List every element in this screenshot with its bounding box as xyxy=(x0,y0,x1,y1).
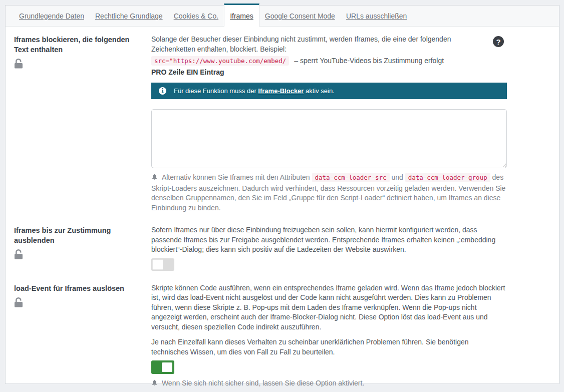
lock-open-icon xyxy=(14,249,23,261)
example-line: src="https://www.youtube.com/embed/ – sp… xyxy=(151,57,507,65)
info-icon: i xyxy=(159,87,166,95)
lock-open-icon xyxy=(14,58,23,71)
setting-title: load-Event für Iframes auslösen xyxy=(14,283,138,293)
load-event-toggle-on[interactable] xyxy=(151,360,174,374)
tab-rechtliche-grundlage[interactable]: Rechtliche Grundlage xyxy=(90,6,168,26)
setting-title: Iframes bis zur Zustimmung ausblenden xyxy=(14,225,138,245)
keep-enabled-note: Wenn Sie sich nicht sicher sind, lassen … xyxy=(151,378,507,389)
toggle-knob xyxy=(152,259,163,270)
setting-content-cell: Sofern Iframes nur über diese Einbindung… xyxy=(151,225,507,271)
tab-grundlegende-daten[interactable]: Grundlegende Daten xyxy=(14,6,90,26)
setting-description: Sofern Iframes nur über diese Einbindung… xyxy=(151,225,507,255)
setting-content-cell: Solange der Besucher dieser Einbindung n… xyxy=(151,35,507,213)
setting-row-hide-iframes: Iframes bis zur Zustimmung ausblenden So… xyxy=(14,225,507,271)
settings-panel: Grundlegende Daten Rechtliche Grundlage … xyxy=(5,5,559,384)
tab-bar: Grundlegende Daten Rechtliche Grundlage … xyxy=(6,6,559,27)
bell-icon xyxy=(151,380,160,388)
tab-panel-iframes: Iframes blockieren, die folgenden Text e… xyxy=(6,27,559,389)
bell-icon xyxy=(151,174,160,182)
setting-label-cell: Iframes blockieren, die folgenden Text e… xyxy=(14,35,151,213)
setting-row-block-iframes: Iframes blockieren, die folgenden Text e… xyxy=(14,35,507,213)
setting-row-load-event: load-Event für Iframes auslösen Skripte … xyxy=(14,283,507,389)
hide-iframes-toggle-off[interactable] xyxy=(151,258,174,271)
setting-description: Solange der Besucher dieser Einbindung n… xyxy=(151,35,459,54)
alert-text: Für diese Funktion muss der Iframe-Block… xyxy=(174,87,335,95)
iframe-blocker-link[interactable]: Iframe-Blocker xyxy=(258,87,304,95)
setting-content-cell: Skripte können Code ausführen, wenn ein … xyxy=(151,283,507,389)
note-code-loader-src: data-ccm-loader-src xyxy=(312,173,390,182)
note-code-loader-group: data-ccm-loader-group xyxy=(405,173,490,182)
setting-label-cell: Iframes bis zur Zustimmung ausblenden xyxy=(14,225,151,271)
tab-cookies-co[interactable]: Cookies & Co. xyxy=(168,6,224,26)
iframe-blocker-alert: i Für diese Funktion muss der Iframe-Blo… xyxy=(151,83,507,99)
setting-description-p2: Je nach Einzelfall kann dieses Verhalten… xyxy=(151,337,507,357)
help-icon[interactable]: ? xyxy=(493,36,504,47)
tab-google-consent-mode[interactable]: Google Consent Mode xyxy=(259,6,341,26)
script-loader-note: Alternativ können Sie Iframes mit den At… xyxy=(151,173,507,213)
blocked-iframe-strings-textarea[interactable] xyxy=(151,109,507,168)
setting-description-p1: Skripte können Code ausführen, wenn ein … xyxy=(151,283,507,332)
setting-title: Iframes blockieren, die folgenden Text e… xyxy=(14,35,138,55)
pro-note: PRO Zeile EIN Eintrag xyxy=(151,68,507,76)
tab-iframes[interactable]: Iframes xyxy=(224,4,259,27)
tab-urls-ausschliessen[interactable]: URLs ausschließen xyxy=(341,6,412,26)
setting-label-cell: load-Event für Iframes auslösen xyxy=(14,283,151,389)
example-code-explanation: – sperrt YouTube-Videos bis Zustimmung e… xyxy=(294,57,444,65)
toggle-knob xyxy=(162,362,172,372)
example-code-chip: src="https://www.youtube.com/embed/ xyxy=(151,56,289,66)
lock-open-icon xyxy=(14,297,23,309)
